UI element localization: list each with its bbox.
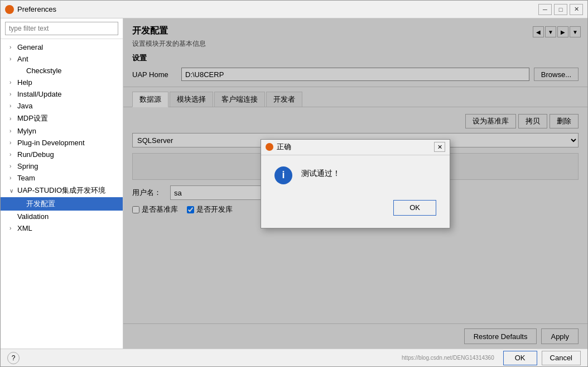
sidebar-label-run: Run/Debug	[17, 150, 54, 159]
sidebar-label-mylyn: Mylyn	[17, 127, 36, 135]
app-icon	[5, 5, 14, 14]
sidebar-item-checkstyle[interactable]: Checkstyle	[1, 65, 123, 77]
sidebar-item-uap-studio[interactable]: ∨ UAP-STUDIO集成开发环境	[1, 184, 123, 197]
sidebar-label-validation: Validation	[17, 212, 49, 221]
sidebar-item-xml[interactable]: › XML	[1, 222, 123, 234]
dialog-box: 正确 ✕ i 测试通过！ OK	[261, 139, 450, 228]
dialog-footer: OK	[261, 196, 450, 225]
maximize-button[interactable]: □	[554, 4, 567, 15]
sidebar-label-plugin: Plug-in Development	[17, 139, 85, 147]
expand-arrow-general: ›	[9, 44, 15, 50]
filter-input[interactable]	[5, 22, 118, 35]
info-icon: i	[274, 166, 292, 184]
preferences-window: Preferences ─ □ ✕ › General › Ant	[0, 0, 588, 367]
expand-arrow-team: ›	[9, 175, 15, 181]
sidebar-label-general: General	[17, 43, 43, 51]
sidebar-label-help: Help	[17, 78, 32, 87]
sidebar-label-xml: XML	[17, 224, 32, 232]
sidebar-item-mdp[interactable]: › MDP设置	[1, 112, 123, 125]
dialog-overlay: 正确 ✕ i 测试通过！ OK	[123, 18, 587, 349]
sidebar-item-help[interactable]: › Help	[1, 77, 123, 88]
sidebar-item-mylyn[interactable]: › Mylyn	[1, 125, 123, 137]
dialog-ok-button[interactable]: OK	[393, 200, 436, 216]
title-bar: Preferences ─ □ ✕	[1, 1, 587, 18]
dialog-title: 正确	[277, 142, 434, 152]
expand-arrow-ant: ›	[9, 56, 15, 62]
dialog-title-bar: 正确 ✕	[261, 140, 450, 155]
sidebar-label-install: Install/Update	[17, 90, 62, 98]
footer-url: https://blog.csdn.net/DENG14314360	[402, 355, 494, 361]
tree-list: › General › Ant Checkstyle › Help › I	[1, 39, 123, 349]
sidebar: › General › Ant Checkstyle › Help › I	[1, 18, 123, 349]
dialog-message: 测试通过！	[301, 166, 340, 179]
sidebar-item-dev-config[interactable]: 开发配置	[1, 197, 123, 211]
help-button[interactable]: ?	[7, 352, 20, 364]
expand-arrow-install: ›	[9, 91, 15, 97]
sidebar-label-dev: 开发配置	[26, 199, 55, 209]
footer-ok-button[interactable]: OK	[503, 351, 537, 365]
minimize-button[interactable]: ─	[538, 4, 552, 15]
expand-arrow-uap: ∨	[9, 188, 15, 194]
content-area: › General › Ant Checkstyle › Help › I	[1, 18, 587, 349]
sidebar-label-uap: UAP-STUDIO集成开发环境	[17, 185, 105, 196]
close-button[interactable]: ✕	[570, 4, 583, 15]
expand-arrow-mdp: ›	[9, 116, 15, 122]
window-title: Preferences	[17, 5, 538, 13]
sidebar-item-run-debug[interactable]: › Run/Debug	[1, 149, 123, 160]
expand-arrow-help: ›	[9, 79, 15, 85]
expand-arrow-spring: ›	[9, 163, 15, 169]
window-controls: ─ □ ✕	[538, 4, 583, 15]
dialog-app-icon	[266, 143, 273, 151]
sidebar-label-spring: Spring	[17, 162, 38, 170]
dialog-close-button[interactable]: ✕	[434, 142, 445, 152]
sidebar-label-java: Java	[17, 102, 32, 110]
main-panel: ◀ ▼ ▶ ▼ 开发配置 设置模块开发的基本信息 设置 UAP Home Bro…	[123, 18, 587, 349]
footer-bar: ? https://blog.csdn.net/DENG14314360 OK …	[1, 349, 587, 366]
expand-arrow-run: ›	[9, 151, 15, 158]
sidebar-item-spring[interactable]: › Spring	[1, 160, 123, 172]
sidebar-item-java[interactable]: › Java	[1, 100, 123, 112]
dialog-content: i 测试通过！	[261, 155, 450, 196]
sidebar-label-ant: Ant	[17, 55, 28, 63]
sidebar-item-plugin-dev[interactable]: › Plug-in Development	[1, 137, 123, 149]
sidebar-item-install-update[interactable]: › Install/Update	[1, 88, 123, 100]
sidebar-label-team: Team	[17, 174, 35, 182]
filter-wrapper	[1, 18, 123, 39]
expand-arrow-xml: ›	[9, 225, 15, 231]
sidebar-label-checkstyle: Checkstyle	[26, 66, 62, 75]
sidebar-item-general[interactable]: › General	[1, 41, 123, 53]
sidebar-item-validation[interactable]: Validation	[1, 211, 123, 222]
sidebar-item-ant[interactable]: › Ant	[1, 53, 123, 65]
sidebar-label-mdp: MDP设置	[17, 113, 48, 123]
sidebar-item-team[interactable]: › Team	[1, 172, 123, 184]
expand-arrow-java: ›	[9, 103, 15, 109]
expand-arrow-mylyn: ›	[9, 128, 15, 134]
expand-arrow-plugin: ›	[9, 140, 15, 146]
footer-cancel-button[interactable]: Cancel	[542, 351, 581, 365]
